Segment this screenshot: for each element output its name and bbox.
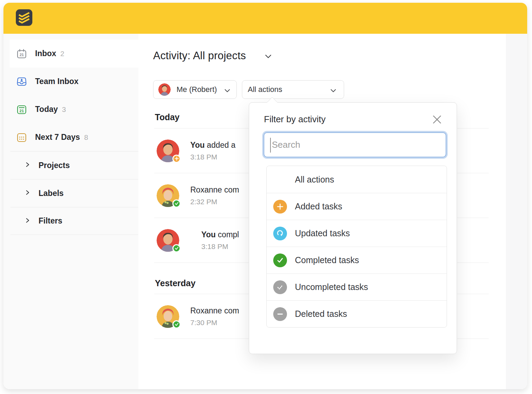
chevron-down-icon [330,86,336,95]
inbox-calendar-icon: 21 [17,49,27,59]
sidebar-item-count: 8 [84,133,88,142]
search-box [264,132,446,157]
person-filter-dropdown[interactable]: Me (Robert) [153,80,237,99]
no-icon [273,173,287,186]
sidebar-item-label: Next 7 Days [35,133,80,142]
option-deleted-tasks[interactable]: Deleted tasks [267,300,447,327]
app-window: 21 Inbox 2 Team Inbox [3,3,527,389]
chevron-right-icon [25,162,30,169]
check-circle-icon [273,253,287,267]
roxanne-avatar [157,184,179,207]
person-filter-label: Me (Robert) [177,85,217,94]
minus-circle-icon [273,307,287,321]
sidebar-item-team-inbox[interactable]: Team Inbox [10,68,138,95]
robert-avatar [157,139,179,162]
sidebar-section-labels[interactable]: Labels [10,179,138,207]
activity-filter-options: All actions Added tasks Updated tasks [266,166,447,328]
svg-text:21: 21 [20,53,24,57]
activity-text: Roxanne com [190,185,239,195]
refresh-circle-icon [273,227,287,240]
added-badge-icon [172,155,181,163]
todoist-logo-icon[interactable] [16,9,32,26]
close-icon[interactable] [432,114,442,125]
section-label: Projects [39,161,70,170]
popup-title: Filter by activity [264,114,326,125]
sidebar-item-label: Inbox [35,49,56,58]
text-cursor [270,138,271,153]
sidebar-item-label: Today [35,105,58,114]
activity-time: 7:30 PM [190,319,239,327]
completed-badge-icon [172,244,181,252]
sidebar-item-count: 2 [60,50,64,58]
activity-text: You added a [190,141,235,150]
search-input[interactable] [264,133,446,157]
page-title: Activity: All projects [153,50,246,62]
top-bar [3,3,527,34]
activity-text: You compl [201,230,239,239]
next-7-days-icon [17,132,27,143]
activity-time: 3:18 PM [190,153,235,161]
option-completed-tasks[interactable]: Completed tasks [267,247,447,273]
dashed-check-circle-icon [273,280,287,294]
option-added-tasks[interactable]: Added tasks [267,193,447,220]
sidebar-section-filters[interactable]: Filters [10,207,138,235]
completed-badge-icon [172,320,181,329]
scroll-gutter [506,34,527,389]
chevron-right-icon [25,190,30,197]
chevron-down-icon[interactable] [265,54,272,60]
sidebar-item-inbox[interactable]: 21 Inbox 2 [10,40,138,68]
plus-circle-icon [273,200,287,214]
action-filter-dropdown[interactable]: All actions [242,80,344,99]
option-uncompleted-tasks[interactable]: Uncompleted tasks [267,273,447,300]
sidebar-section-projects[interactable]: Projects [10,151,138,179]
activity-text: Roxanne com [190,306,239,315]
today-calendar-icon: 21 [17,104,27,115]
svg-text:21: 21 [20,109,24,113]
robert-avatar [157,229,179,252]
completed-badge-icon [172,199,181,208]
section-label: Labels [39,189,64,198]
sidebar-item-label: Team Inbox [35,77,78,86]
activity-time: 3:18 PM [201,242,239,251]
sidebar: 21 Inbox 2 Team Inbox [3,34,138,389]
section-label: Filters [39,216,62,226]
option-updated-tasks[interactable]: Updated tasks [267,220,447,247]
option-all-actions[interactable]: All actions [267,166,447,193]
robert-avatar [158,83,171,96]
sidebar-item-today[interactable]: 21 Today 3 [10,95,138,123]
sidebar-item-count: 3 [62,105,66,114]
roxanne-avatar [157,305,179,328]
activity-time: 2:32 PM [190,198,239,206]
filter-by-activity-popup: Filter by activity All actions Added tas… [249,102,457,354]
sidebar-item-next-7-days[interactable]: Next 7 Days 8 [10,123,138,151]
chevron-right-icon [25,218,30,225]
chevron-down-icon [224,86,230,95]
action-filter-label: All actions [248,85,282,94]
team-inbox-icon [17,76,27,87]
